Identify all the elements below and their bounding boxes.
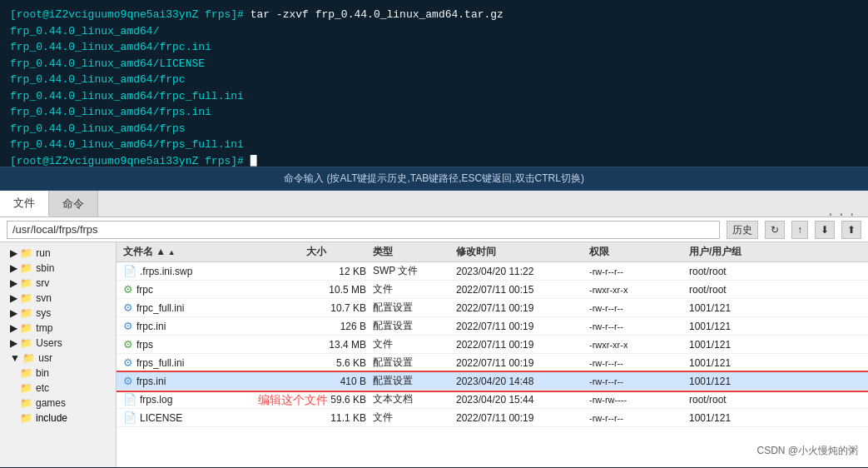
- table-row[interactable]: ⚙frps_full.ini5.6 KB配置设置2022/07/11 00:19…: [117, 354, 868, 372]
- tree-item-tmp[interactable]: ▶ 📁tmp: [0, 321, 116, 336]
- file-type: 配置设置: [373, 356, 456, 370]
- file-name: frpc: [136, 284, 153, 296]
- column-header-0[interactable]: 文件名 ▲: [123, 245, 306, 259]
- file-name: frps.ini: [136, 376, 166, 387]
- file-size: 10.5 MB: [306, 284, 373, 296]
- file-size: 5.6 KB: [306, 357, 373, 369]
- file-type: 配置设置: [373, 301, 456, 315]
- folder-icon: ▶ 📁: [10, 307, 32, 319]
- tree-item-label: run: [36, 247, 50, 259]
- folder-icon: ▼ 📁: [10, 352, 35, 364]
- file-modified: 2022/07/11 00:19: [456, 302, 589, 314]
- terminal-section: [root@iZ2vciguumo9qne5ai33ynZ frps]# tar…: [0, 0, 868, 167]
- file-type: SWP 文件: [373, 264, 456, 278]
- file-size: 13.4 MB: [306, 339, 373, 351]
- file-owner: root/root: [689, 266, 789, 277]
- tree-item-svn[interactable]: ▶ 📁svn: [0, 291, 116, 306]
- file-type: 文本文档: [373, 392, 456, 406]
- tree-item-bin[interactable]: 📁bin: [0, 366, 116, 381]
- file-type: 配置设置: [373, 319, 456, 333]
- file-perms: -rw-r--r--: [589, 303, 689, 313]
- up-button[interactable]: ↑: [791, 221, 808, 239]
- tree-item-srv[interactable]: ▶ 📁srv: [0, 276, 116, 291]
- file-modified: 2022/07/11 00:15: [456, 284, 589, 296]
- file-icon: 📄: [123, 393, 136, 406]
- filelist-header: 文件名 ▲大小类型修改时间权限用户/用户组: [117, 242, 868, 262]
- tab-文件[interactable]: 文件: [0, 191, 49, 217]
- tree-item-label: usr: [38, 352, 52, 364]
- folder-icon: 📁: [20, 412, 32, 424]
- tree-item-label: Users: [36, 337, 62, 349]
- tree-item-games[interactable]: 📁games: [0, 396, 116, 411]
- table-row[interactable]: ⚙frps.ini410 B配置设置2023/04/20 14:48-rw-r-…: [117, 372, 868, 391]
- file-owner: 1001/121: [689, 302, 789, 314]
- folder-icon: ▶ 📁: [10, 322, 32, 334]
- file-owner: root/root: [689, 284, 789, 296]
- tree-item-label: bin: [36, 367, 49, 379]
- tree-item-label: sys: [36, 307, 51, 319]
- table-row[interactable]: 📄frps.log59.6 KB文本文档2023/04/20 15:44-rw-…: [117, 391, 868, 409]
- folder-icon: ▶ 📁: [10, 277, 32, 289]
- file-perms: -rw-r--r--: [589, 376, 689, 386]
- table-row[interactable]: ⚙frpc10.5 MB文件2022/07/11 00:15-rwxr-xr-x…: [117, 281, 868, 299]
- column-header-2[interactable]: 类型: [373, 245, 456, 259]
- fm-tabs: 文件命令: [0, 191, 868, 217]
- tree-item-etc[interactable]: 📁etc: [0, 381, 116, 396]
- history-button[interactable]: 历史: [727, 221, 758, 239]
- file-type: 文件: [373, 411, 456, 425]
- path-input[interactable]: [7, 221, 720, 239]
- column-header-3[interactable]: 修改时间: [456, 245, 589, 259]
- column-header-1[interactable]: 大小: [306, 245, 373, 259]
- folder-icon: ▶ 📁: [10, 247, 32, 259]
- tree-item-label: svn: [36, 292, 52, 304]
- file-icon: ⚙: [123, 320, 133, 332]
- file-owner: 1001/121: [689, 376, 789, 387]
- column-header-5[interactable]: 用户/用户组: [689, 245, 789, 259]
- folder-icon: 📁: [20, 367, 32, 379]
- fm-main: ▶ 📁run▶ 📁sbin▶ 📁srv▶ 📁svn▶ 📁sys▶ 📁tmp▶ 📁…: [0, 242, 868, 467]
- file-perms: -rw-r--r--: [589, 321, 689, 331]
- tree-item-label: etc: [36, 382, 49, 394]
- file-perms: -rw-r--r--: [589, 358, 689, 368]
- tree-item-sys[interactable]: ▶ 📁sys: [0, 306, 116, 321]
- file-perms: -rwxr-xr-x: [589, 340, 689, 350]
- table-row[interactable]: ⚙frpc.ini126 B配置设置2022/07/11 00:19-rw-r-…: [117, 317, 868, 336]
- tab-命令[interactable]: 命令: [49, 191, 98, 217]
- tree-item-run[interactable]: ▶ 📁run: [0, 246, 116, 261]
- file-owner: 1001/121: [689, 321, 789, 332]
- refresh-button[interactable]: ↻: [765, 221, 785, 239]
- tree-item-sbin[interactable]: ▶ 📁sbin: [0, 261, 116, 276]
- table-row[interactable]: ⚙frps13.4 MB文件2022/07/11 00:19-rwxr-xr-x…: [117, 336, 868, 354]
- folder-icon: 📁: [20, 397, 32, 409]
- tree-item-include[interactable]: 📁include: [0, 411, 116, 426]
- file-type: 文件: [373, 337, 456, 351]
- file-perms: -rw-r--r--: [589, 266, 689, 276]
- table-row[interactable]: ⚙frpc_full.ini10.7 KB配置设置2022/07/11 00:1…: [117, 299, 868, 317]
- column-header-4[interactable]: 权限: [589, 245, 689, 259]
- tree-item-label: srv: [36, 277, 49, 289]
- address-bar: 历史 ↻ ↑ ⬇ ⬆: [0, 217, 868, 242]
- file-name: frps.log: [140, 394, 172, 406]
- file-modified: 2023/04/20 15:44: [456, 394, 589, 406]
- table-row[interactable]: 📄LICENSE11.1 KB文件2022/07/11 00:19-rw-r--…: [117, 409, 868, 427]
- folder-icon: ▶ 📁: [10, 337, 32, 349]
- file-type: 配置设置: [373, 374, 456, 388]
- file-icon: ⚙: [123, 356, 133, 369]
- cmd-input-bar[interactable]: 命令输入 (按ALT键提示历史,TAB键路径,ESC键返回,双击CTRL切换): [0, 167, 868, 191]
- file-perms: -rw-rw----: [589, 395, 689, 405]
- file-name: LICENSE: [140, 412, 182, 424]
- file-size: 11.1 KB: [306, 412, 373, 424]
- file-icon: ⚙: [123, 283, 133, 296]
- tree-item-Users[interactable]: ▶ 📁Users: [0, 336, 116, 351]
- file-icon: ⚙: [123, 301, 133, 314]
- file-owner: root/root: [689, 394, 789, 406]
- file-name: frps_full.ini: [136, 357, 184, 369]
- file-name: frps: [136, 339, 153, 351]
- file-icon: 📄: [123, 265, 136, 277]
- folder-icon: 📁: [20, 382, 32, 394]
- tree-item-label: include: [36, 412, 67, 424]
- file-owner: 1001/121: [689, 339, 789, 351]
- folder-icon: ▶ 📁: [10, 292, 32, 304]
- table-row[interactable]: 📄.frps.ini.swp12 KBSWP 文件2023/04/20 11:2…: [117, 262, 868, 281]
- tree-item-usr[interactable]: ▼ 📁usr: [0, 351, 116, 366]
